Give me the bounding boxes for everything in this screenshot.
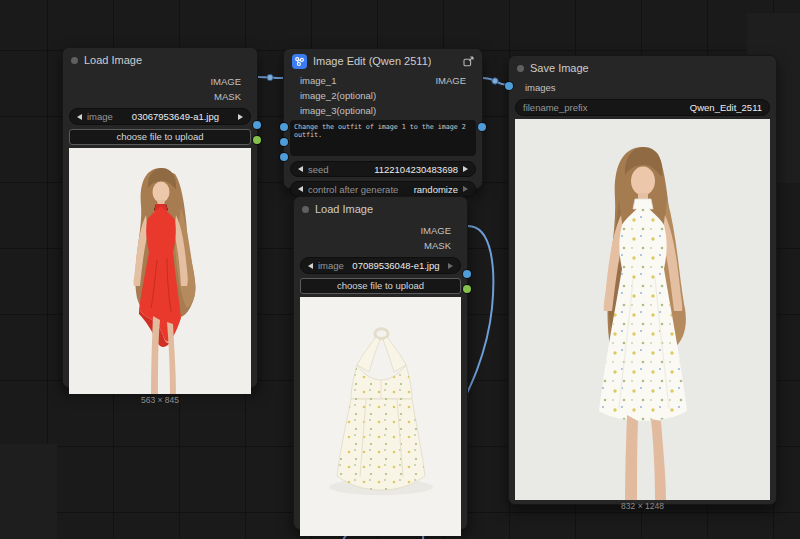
widget-label: filename_prefix xyxy=(523,102,587,113)
prev-arrow-icon[interactable] xyxy=(308,263,313,269)
choose-file-button[interactable]: choose file to upload xyxy=(69,129,251,145)
image-size-label: 563 × 845 xyxy=(69,394,251,406)
widget-value: 03067953649-a1.jpg xyxy=(118,111,233,122)
output-label-mask: MASK xyxy=(300,238,461,253)
image-select-widget[interactable]: image 07089536048-e1.jpg xyxy=(300,257,461,274)
input-port-image3[interactable] xyxy=(280,153,288,161)
widget-value: 1122104230483698 xyxy=(334,164,458,175)
node-save-image[interactable]: Save Image images filename_prefix Qwen_E… xyxy=(508,55,777,505)
image-preview xyxy=(69,148,251,394)
control-after-generate-widget[interactable]: control after generate randomize xyxy=(290,181,476,197)
wire-load1-to-image1 xyxy=(258,77,283,78)
widget-value: 07089536048-e1.jpg xyxy=(349,260,443,271)
output-label-mask: MASK xyxy=(69,89,251,104)
prev-arrow-icon[interactable] xyxy=(77,114,82,120)
input-label-image2: image_2(optional) xyxy=(290,88,476,103)
input-label-image1: image_1 xyxy=(300,73,336,88)
input-label-images: images xyxy=(515,80,770,95)
canvas-shade-bottom-left xyxy=(0,444,57,539)
widget-label: control after generate xyxy=(308,184,398,195)
input-port-image2[interactable] xyxy=(280,138,288,146)
collapse-dot-icon[interactable] xyxy=(71,57,78,64)
widget-value: Qwen_Edit_2511 xyxy=(592,102,762,113)
output-port-image[interactable] xyxy=(478,123,486,131)
node-title: Load Image xyxy=(84,54,142,66)
image-select-widget[interactable]: image 03067953649-a1.jpg xyxy=(69,108,251,125)
wire-midpoint-dot xyxy=(492,78,498,84)
decrement-arrow-icon[interactable] xyxy=(298,166,303,172)
node-header[interactable]: Load Image xyxy=(63,48,257,70)
image-preview xyxy=(300,297,461,536)
node-load-image-1[interactable]: Load Image IMAGE MASK image 03067953649-… xyxy=(62,47,258,388)
prev-option-arrow-icon[interactable] xyxy=(298,186,303,192)
floral-dress-photo xyxy=(300,297,461,536)
output-port-mask[interactable] xyxy=(463,285,471,293)
node-header[interactable]: Image Edit (Qwen 2511) xyxy=(284,49,482,71)
collapse-dot-icon[interactable] xyxy=(302,206,309,213)
output-port-image[interactable] xyxy=(463,270,471,278)
red-dress-photo xyxy=(69,148,251,394)
output-port-image[interactable] xyxy=(253,121,261,129)
input-label-image3: image_3(optional) xyxy=(290,103,476,118)
widget-value: randomize xyxy=(403,184,458,195)
output-label-image: IMAGE xyxy=(300,223,461,238)
node-image-edit[interactable]: Image Edit (Qwen 2511) image_1 IMAGE ima… xyxy=(283,48,483,189)
output-label-image: IMAGE xyxy=(69,74,251,89)
image-preview xyxy=(515,119,770,500)
node-title: Image Edit (Qwen 2511) xyxy=(313,55,431,67)
node-header[interactable]: Load Image xyxy=(294,197,467,219)
filename-prefix-widget[interactable]: filename_prefix Qwen_Edit_2511 xyxy=(515,99,770,116)
node-title: Load Image xyxy=(315,203,373,215)
open-external-icon[interactable] xyxy=(463,56,474,67)
input-port-images[interactable] xyxy=(505,82,513,90)
output-port-mask[interactable] xyxy=(253,136,261,144)
widget-label: image xyxy=(87,111,113,122)
image-size-label: 832 × 1248 xyxy=(515,500,770,512)
widget-label: image xyxy=(318,260,344,271)
seed-widget[interactable]: seed 1122104230483698 xyxy=(290,161,476,177)
next-arrow-icon[interactable] xyxy=(238,114,243,120)
widget-label: seed xyxy=(308,164,329,175)
prompt-textarea[interactable]: Change the outfit of image 1 to the imag… xyxy=(290,120,476,156)
next-option-arrow-icon[interactable] xyxy=(463,186,468,192)
node-header[interactable]: Save Image xyxy=(509,56,776,78)
result-photo xyxy=(515,119,770,500)
input-port-image1[interactable] xyxy=(280,123,288,131)
collapse-dot-icon[interactable] xyxy=(517,65,524,72)
node-load-image-2[interactable]: Load Image IMAGE MASK image 07089536048-… xyxy=(293,196,468,530)
increment-arrow-icon[interactable] xyxy=(463,166,468,172)
choose-file-button[interactable]: choose file to upload xyxy=(300,278,461,294)
next-arrow-icon[interactable] xyxy=(448,263,453,269)
node-title: Save Image xyxy=(530,62,589,74)
qwen-api-badge-icon xyxy=(292,54,307,69)
wire-midpoint-dot xyxy=(267,74,273,80)
output-label-image: IMAGE xyxy=(435,73,466,88)
